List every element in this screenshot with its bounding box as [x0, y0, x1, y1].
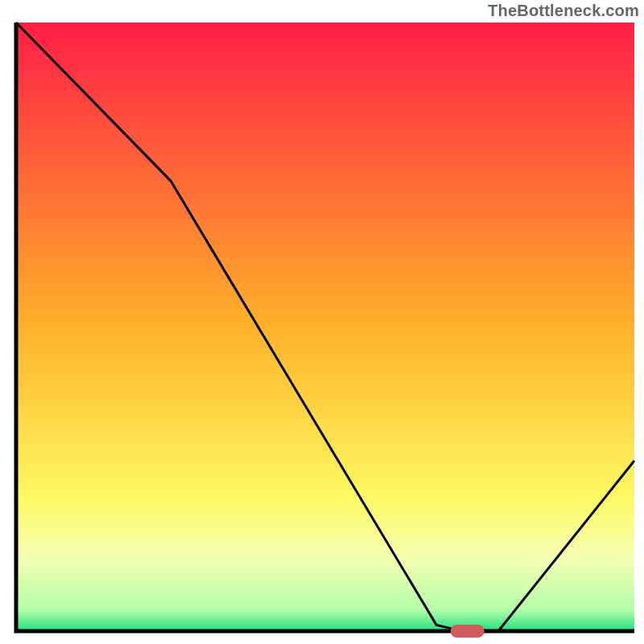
optimum-marker [451, 625, 485, 638]
plot-background [16, 23, 634, 631]
chart-frame: TheBottleneck.com [0, 0, 644, 644]
bottleneck-chart [0, 0, 644, 644]
